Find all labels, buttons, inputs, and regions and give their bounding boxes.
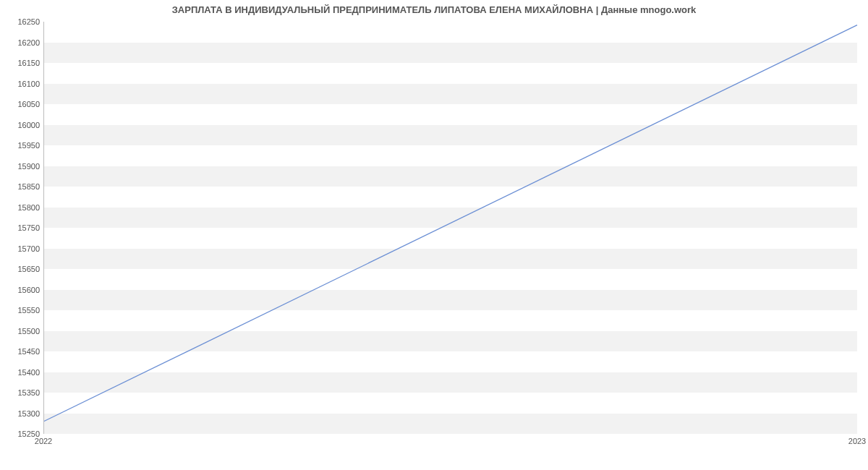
x-tick-label: 2022 — [35, 437, 52, 445]
y-tick-label: 15400 — [0, 368, 40, 377]
y-tick-label: 16250 — [0, 17, 40, 26]
y-tick-label: 16000 — [0, 121, 40, 129]
y-tick-label: 15250 — [0, 430, 40, 438]
y-tick-label: 15450 — [0, 347, 40, 356]
y-tick-label: 15600 — [0, 286, 40, 294]
y-tick-label: 15900 — [0, 162, 40, 171]
y-tick-label: 15950 — [0, 141, 40, 150]
plot-area — [43, 22, 857, 434]
y-tick-label: 15350 — [0, 388, 40, 397]
y-tick-label: 16150 — [0, 59, 40, 67]
y-tick-label: 16200 — [0, 38, 40, 47]
series-line — [44, 25, 857, 422]
y-tick-label: 15800 — [0, 203, 40, 212]
y-tick-label: 15650 — [0, 265, 40, 273]
y-tick-label: 15300 — [0, 409, 40, 418]
y-tick-label: 16050 — [0, 100, 40, 108]
y-tick-label: 16100 — [0, 80, 40, 88]
y-tick-label: 15500 — [0, 327, 40, 336]
y-tick-label: 15550 — [0, 306, 40, 315]
salary-line-chart: ЗАРПЛАТА В ИНДИВИДУАЛЬНЫЙ ПРЕДПРИНИМАТЕЛ… — [0, 0, 868, 470]
y-tick-label: 15850 — [0, 182, 40, 191]
x-tick-label: 2023 — [848, 437, 866, 445]
line-layer — [44, 22, 857, 433]
y-tick-label: 15700 — [0, 244, 40, 253]
chart-title: ЗАРПЛАТА В ИНДИВИДУАЛЬНЫЙ ПРЕДПРИНИМАТЕЛ… — [0, 4, 868, 15]
y-tick-label: 15750 — [0, 223, 40, 232]
